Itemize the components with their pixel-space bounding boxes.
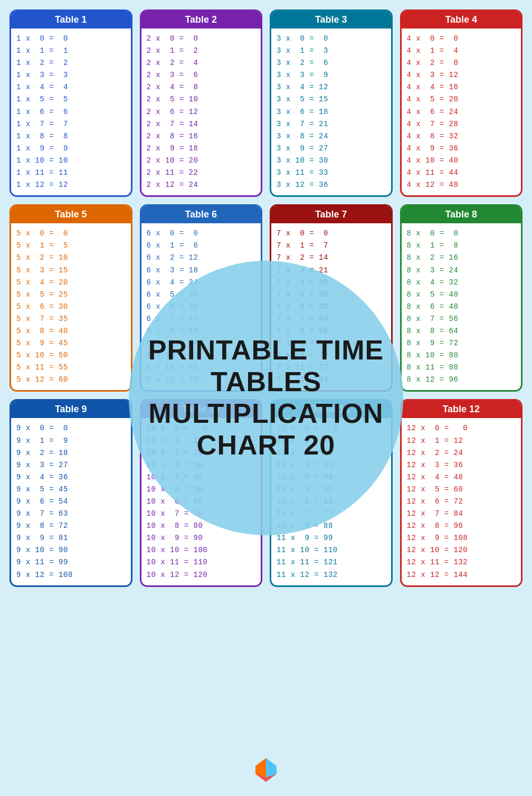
- table-1-row-3: 1 x 3 = 3: [16, 69, 126, 81]
- table-1-row-10: 1 x 10 = 10: [16, 155, 126, 167]
- table-card-12: Table 12 12 x 0 = 0 12 x 1 = 12 12 x 2 =…: [400, 399, 523, 586]
- t2r3: 2 x 3 = 6: [147, 69, 256, 81]
- table-1-header: Table 1: [11, 11, 131, 29]
- t2r8: 2 x 8 = 16: [147, 130, 256, 143]
- table-1-row-0: 1 x 0 = 0: [16, 33, 126, 45]
- logo-icon: [253, 755, 279, 784]
- t2r1: 2 x 1 = 2: [147, 45, 256, 57]
- top-row: Table 1 1 x 0 = 0 1 x 1 = 1 1 x 2 = 2 1 …: [10, 10, 522, 197]
- t2r5: 2 x 5 = 10: [147, 93, 256, 106]
- t2r10: 2 x 10 = 20: [147, 155, 256, 167]
- table-9-body: 9 x 0 = 0 9 x 1 = 9 9 x 2 = 18 9 x 3 = 2…: [11, 418, 131, 585]
- main-title: PRINTABLE TIME TABLES MULTIPLICATION CHA…: [145, 335, 387, 461]
- table-12-body: 12 x 0 = 0 12 x 1 = 12 12 x 2 = 24 12 x …: [402, 418, 521, 585]
- t2r7: 2 x 7 = 14: [147, 118, 256, 130]
- t2r6: 2 x 6 = 12: [147, 106, 256, 118]
- logo-area: [253, 755, 279, 784]
- table-1-row-8: 1 x 8 = 8: [16, 130, 126, 143]
- table-1-row-4: 1 x 4 = 4: [16, 81, 126, 93]
- table-6-header: Table 6: [141, 206, 261, 223]
- table-2-header: Table 2: [141, 11, 261, 29]
- table-card-5: Table 5 5 x 0 = 0 5 x 1 = 5 5 x 2 = 10 5…: [10, 204, 132, 392]
- table-card-9: Table 9 9 x 0 = 0 9 x 1 = 9 9 x 2 = 18 9…: [10, 399, 132, 586]
- table-4-body: 4 x 0 = 0 4 x 1 = 4 4 x 2 = 8 4 x 3 = 12…: [402, 29, 521, 195]
- table-5-body: 5 x 0 = 0 5 x 1 = 5 5 x 2 = 10 5 x 3 = 1…: [11, 223, 131, 390]
- table-8-body: 8 x 0 = 0 8 x 1 = 8 8 x 2 = 16 8 x 3 = 2…: [402, 223, 521, 390]
- table-1-row-2: 1 x 2 = 2: [16, 57, 126, 69]
- table-1-body: 1 x 0 = 0 1 x 1 = 1 1 x 2 = 2 1 x 3 = 3 …: [11, 29, 131, 195]
- table-card-1: Table 1 1 x 0 = 0 1 x 1 = 1 1 x 2 = 2 1 …: [10, 10, 132, 197]
- table-1-row-9: 1 x 9 = 9: [16, 143, 126, 155]
- table-7-header: Table 7: [271, 206, 391, 223]
- table-card-3: Table 3 3 x 0 = 0 3 x 1 = 3 3 x 2 = 6 3 …: [270, 10, 393, 197]
- t2r2: 2 x 2 = 4: [147, 57, 256, 69]
- table-1-row-12: 1 x 12 = 12: [16, 179, 126, 191]
- page-container: Table 1 1 x 0 = 0 1 x 1 = 1 1 x 2 = 2 1 …: [0, 0, 532, 796]
- table-1-row-6: 1 x 6 = 6: [16, 106, 126, 118]
- table-2-body: 2 x 0 = 0 2 x 1 = 2 2 x 2 = 4 2 x 3 = 6 …: [141, 29, 261, 195]
- table-3-header: Table 3: [271, 11, 391, 29]
- t2r4: 2 x 4 = 8: [147, 81, 256, 93]
- center-circle-overlay: PRINTABLE TIME TABLES MULTIPLICATION CHA…: [129, 261, 403, 535]
- table-4-header: Table 4: [402, 11, 521, 29]
- table-1-row-11: 1 x 11 = 11: [16, 167, 126, 179]
- table-5-header: Table 5: [11, 206, 131, 223]
- t2r9: 2 x 9 = 18: [147, 143, 256, 155]
- table-card-4: Table 4 4 x 0 = 0 4 x 1 = 4 4 x 2 = 8 4 …: [400, 10, 523, 197]
- t2r11: 2 x 11 = 22: [147, 167, 256, 179]
- table-card-8: Table 8 8 x 0 = 0 8 x 1 = 8 8 x 2 = 16 8…: [400, 204, 523, 392]
- table-1-row-5: 1 x 5 = 5: [16, 93, 126, 106]
- table-card-2: Table 2 2 x 0 = 0 2 x 1 = 2 2 x 2 = 4 2 …: [140, 10, 263, 197]
- table-12-header: Table 12: [402, 401, 521, 418]
- table-3-body: 3 x 0 = 0 3 x 1 = 3 3 x 2 = 6 3 x 3 = 9 …: [271, 29, 391, 195]
- table-1-row-7: 1 x 7 = 7: [16, 118, 126, 130]
- table-8-header: Table 8: [402, 206, 521, 223]
- table-1-row-1: 1 x 1 = 1: [16, 45, 126, 57]
- t2r0: 2 x 0 = 0: [147, 33, 256, 45]
- t2r12: 2 x 12 = 24: [147, 179, 256, 191]
- table-9-header: Table 9: [11, 401, 131, 418]
